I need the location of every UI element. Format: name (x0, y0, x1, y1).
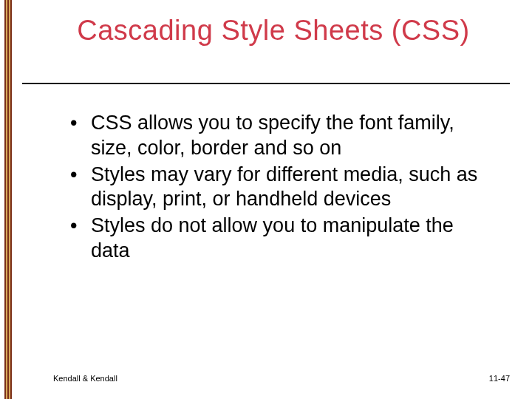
slide-title: Cascading Style Sheets (CSS) (44, 15, 502, 47)
list-item: CSS allows you to specify the font famil… (70, 111, 488, 161)
horizontal-rule (22, 83, 510, 84)
list-item: Styles may vary for different media, suc… (70, 163, 488, 213)
list-item: Styles do not allow you to manipulate th… (70, 214, 488, 264)
slide-container: Cascading Style Sheets (CSS) CSS allows … (0, 0, 532, 399)
footer-author: Kendall & Kendall (53, 374, 117, 383)
slide-content: CSS allows you to specify the font famil… (70, 111, 488, 265)
footer-page-number: 11-47 (489, 374, 510, 383)
bullet-list: CSS allows you to specify the font famil… (70, 111, 488, 264)
